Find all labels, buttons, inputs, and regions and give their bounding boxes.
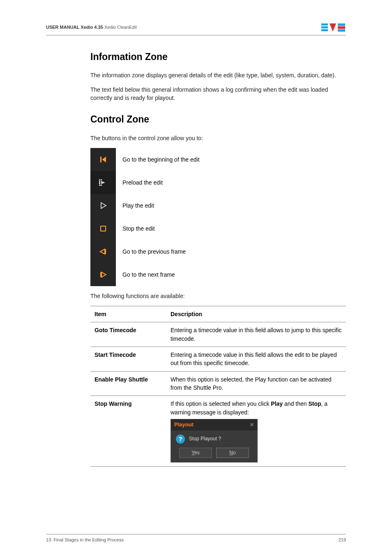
control-zone-intro: The buttons in the control zone allow yo… — [90, 134, 346, 142]
start-timecode-desc: Entering a timecode value in this field … — [166, 347, 346, 372]
header-manual: USER MANUAL — [46, 25, 79, 30]
info-zone-p2: The text field below this general inform… — [90, 86, 346, 102]
svg-rect-11 — [99, 185, 100, 186]
svg-marker-17 — [100, 249, 105, 254]
evs-logo — [321, 23, 346, 32]
svg-rect-4 — [338, 23, 345, 26]
svg-rect-6 — [338, 29, 345, 32]
footer-left: 13. Final Stages in the Editing Process — [46, 537, 124, 543]
stop-warning-item: Stop Warning — [90, 396, 166, 467]
go-to-beginning-label: Go to the beginning of the edit — [122, 155, 200, 164]
table-header-row: Item Description — [90, 306, 346, 322]
question-icon: ? — [176, 435, 185, 444]
control-row-play: Play the edit — [90, 194, 346, 217]
svg-rect-0 — [321, 23, 328, 25]
th-description: Description — [166, 306, 346, 322]
svg-marker-3 — [330, 23, 336, 32]
dialog-body: ? Stop Playout ? — [171, 430, 257, 448]
stop-warning-desc: If this option is selected when you clic… — [166, 396, 346, 467]
control-row-prev: Go to the previous frame — [90, 240, 346, 263]
playout-dialog: Playout ✕ ? Stop Playout ? Yes No — [171, 419, 258, 462]
goto-timecode-desc: Entering a timecode value in this field … — [166, 322, 346, 347]
play-label: Play the edit — [122, 201, 154, 210]
enable-shuttle-desc: When this option is selected, the Play f… — [166, 371, 346, 396]
start-timecode-item: Start Timecode — [90, 347, 166, 372]
header-module: Xedio CleanEdit — [104, 25, 137, 30]
svg-rect-9 — [99, 179, 100, 180]
control-row-preload: Preload the edit — [90, 171, 346, 194]
stop-warning-mid: and then — [283, 400, 308, 407]
stop-label: Stop the edit — [122, 224, 155, 233]
stop-warning-pre: If this option is selected when you clic… — [171, 400, 271, 407]
control-zone-title: Control Zone — [90, 113, 346, 126]
svg-rect-1 — [321, 26, 328, 28]
stop-warning-stop: Stop — [308, 400, 321, 407]
svg-rect-5 — [338, 26, 345, 29]
table-row: Start Timecode Entering a timecode value… — [90, 347, 346, 372]
dialog-title-text: Playout — [174, 421, 194, 429]
table-row: Enable Play Shuttle When this option is … — [90, 371, 346, 396]
next-frame-icon[interactable] — [90, 263, 116, 286]
go-to-beginning-icon[interactable] — [90, 148, 116, 171]
svg-rect-19 — [100, 272, 101, 277]
preload-icon[interactable] — [90, 171, 116, 194]
footer-right: 219 — [339, 537, 346, 543]
table-row: Goto Timecode Entering a timecode value … — [90, 322, 346, 347]
control-row-stop: Stop the edit — [90, 217, 346, 240]
dialog-buttons: Yes No — [171, 448, 257, 462]
svg-rect-18 — [105, 249, 106, 254]
stop-warning-play: Play — [271, 400, 283, 407]
svg-rect-12 — [101, 185, 102, 186]
svg-rect-16 — [101, 226, 106, 231]
control-row-next: Go to the next frame — [90, 263, 346, 286]
info-zone-title: Information Zone — [90, 50, 346, 64]
page-header: USER MANUAL Xedio 4.35 Xedio CleanEdit — [46, 23, 346, 35]
table-row: Stop Warning If this option is selected … — [90, 396, 346, 467]
svg-marker-14 — [101, 181, 105, 184]
functions-table: Item Description Goto Timecode Entering … — [90, 306, 346, 467]
yes-button[interactable]: Yes — [179, 448, 212, 458]
stop-icon[interactable] — [90, 217, 116, 240]
svg-rect-13 — [99, 181, 100, 184]
info-zone-p1: The information zone displays general de… — [90, 71, 346, 79]
goto-timecode-item: Goto Timecode — [90, 322, 166, 347]
preload-label: Preload the edit — [122, 178, 163, 187]
previous-frame-label: Go to the previous frame — [122, 247, 186, 256]
page-footer: 13. Final Stages in the Editing Process … — [46, 534, 346, 543]
svg-marker-15 — [101, 203, 106, 208]
svg-marker-20 — [101, 272, 106, 277]
svg-rect-7 — [100, 157, 101, 162]
next-frame-label: Go to the next frame — [122, 271, 175, 279]
functions-intro: The following functions are available: — [90, 292, 346, 300]
header-text: USER MANUAL Xedio 4.35 Xedio CleanEdit — [46, 24, 137, 31]
dialog-titlebar: Playout ✕ — [171, 419, 257, 430]
no-button[interactable]: No — [216, 448, 249, 458]
svg-marker-8 — [102, 157, 106, 162]
svg-rect-10 — [101, 179, 102, 180]
close-icon[interactable]: ✕ — [250, 421, 254, 428]
header-product: Xedio 4.35 — [81, 25, 103, 30]
svg-rect-2 — [321, 29, 328, 31]
dialog-message: Stop Playout ? — [189, 435, 221, 442]
play-icon[interactable] — [90, 194, 116, 217]
previous-frame-icon[interactable] — [90, 240, 116, 263]
enable-shuttle-item: Enable Play Shuttle — [90, 371, 166, 396]
control-row-begin: Go to the beginning of the edit — [90, 148, 346, 171]
th-item: Item — [90, 306, 166, 322]
